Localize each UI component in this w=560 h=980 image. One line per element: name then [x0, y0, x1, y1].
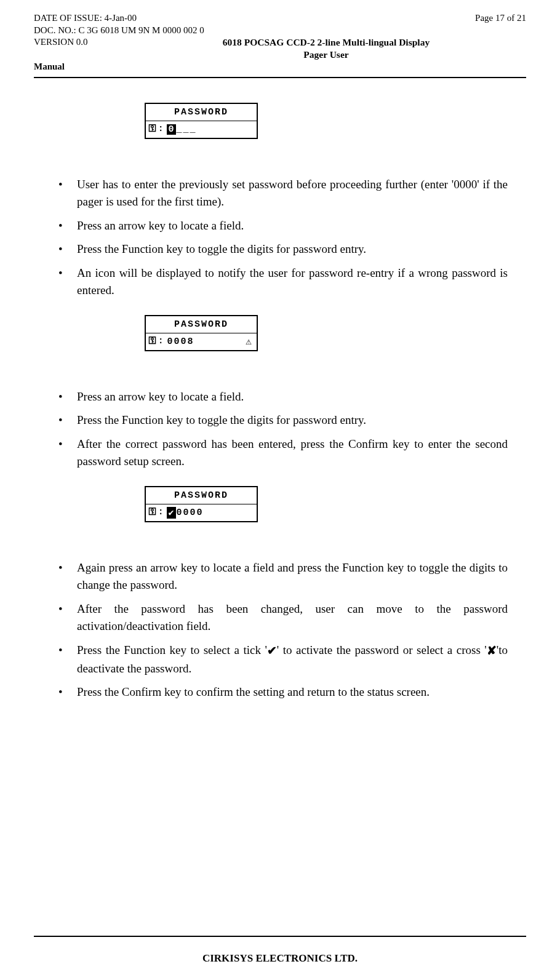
- bullet-item: Again press an arrow key to locate a fie…: [52, 559, 508, 594]
- page-footer: CIRKISYS ELECTRONICS LTD.: [0, 952, 560, 965]
- lcd-tick-inverse: ✔: [167, 507, 176, 519]
- lcd-line-1: PASSWORD: [146, 104, 257, 121]
- text-segment: Press the Function key to select a tick …: [77, 643, 267, 656]
- header-doc-no: DOC. NO.: C 3G 6018 UM 9N M 0000 002 0: [34, 25, 526, 37]
- bullet-list-2: Press an arrow key to locate a field. Pr…: [52, 388, 508, 471]
- tick-icon: ✔: [267, 642, 277, 660]
- page-content: PASSWORD ⚿: 0___ User has to enter the p…: [34, 103, 526, 701]
- lcd-line-2: ⚿: ✔ 0000: [146, 504, 257, 521]
- page-header: DATE OF ISSUE: 4-Jan-00 Page 17 of 21 DO…: [34, 12, 526, 73]
- bullet-item: Press an arrow key to locate a field.: [52, 388, 508, 406]
- lcd-line-1: PASSWORD: [146, 316, 257, 333]
- header-version: VERSION 0.0: [34, 36, 218, 61]
- header-page-number: Page 17 of 21: [434, 12, 526, 25]
- lcd-line-2: ⚿: 0___: [146, 121, 257, 138]
- bullet-item: Press the Function key to toggle the dig…: [52, 241, 508, 258]
- bullet-item: After the correct password has been ente…: [52, 436, 508, 471]
- header-title: 6018 POCSAG CCD-2 2-line Multi-lingual D…: [218, 36, 434, 61]
- bullet-item: User has to enter the previously set pas…: [52, 176, 508, 211]
- lcd-digits: 0000: [176, 508, 203, 518]
- bullet-item: An icon will be displayed to notify the …: [52, 265, 508, 300]
- lcd-line-1: PASSWORD: [146, 487, 257, 504]
- bullet-list-1: User has to enter the previously set pas…: [52, 176, 508, 300]
- header-manual: Manual: [34, 61, 526, 73]
- key-icon: ⚿:: [148, 124, 164, 133]
- bullet-item: Press the Function key to toggle the dig…: [52, 412, 508, 429]
- cross-icon: ✘: [487, 642, 497, 660]
- lcd-screen: PASSWORD ⚿: 0008 ⚠: [145, 315, 258, 351]
- key-icon: ⚿:: [148, 336, 164, 346]
- bullet-item: After the password has been changed, use…: [52, 600, 508, 635]
- bullet-item: Press an arrow key to locate a field.: [52, 217, 508, 235]
- lcd-line-2: ⚿: 0008 ⚠: [146, 333, 257, 350]
- lcd-figure-3: PASSWORD ⚿: ✔ 0000: [145, 486, 508, 522]
- lcd-digits: 0008: [167, 337, 194, 347]
- header-date: DATE OF ISSUE: 4-Jan-00: [34, 12, 218, 25]
- lcd-remaining-digits: ___: [176, 124, 196, 135]
- lcd-figure-2: PASSWORD ⚿: 0008 ⚠: [145, 315, 508, 351]
- document-page: DATE OF ISSUE: 4-Jan-00 Page 17 of 21 DO…: [0, 0, 560, 980]
- key-icon: ⚿:: [148, 507, 164, 517]
- bullet-item: Press the Function key to select a tick …: [52, 642, 508, 677]
- footer-divider: [34, 936, 526, 937]
- lcd-figure-1: PASSWORD ⚿: 0___: [145, 103, 508, 139]
- lcd-screen: PASSWORD ⚿: ✔ 0000: [145, 486, 258, 522]
- lcd-cursor-digit: 0: [167, 124, 176, 135]
- warning-icon: ⚠: [246, 335, 253, 348]
- bullet-item: Press the Confirm key to confirm the set…: [52, 683, 508, 701]
- header-divider: [34, 77, 526, 78]
- lcd-screen: PASSWORD ⚿: 0___: [145, 103, 258, 139]
- text-segment: ' to activate the password or select a c…: [277, 643, 487, 656]
- bullet-list-3: Again press an arrow key to locate a fie…: [52, 559, 508, 701]
